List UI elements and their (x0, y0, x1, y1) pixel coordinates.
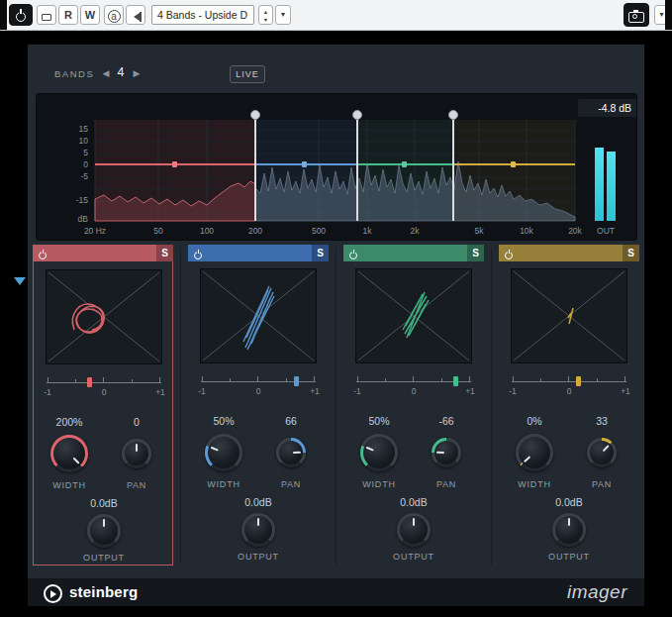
down-icon: ▼ (260, 16, 272, 23)
width-label: WIDTH (505, 479, 564, 489)
preset-display[interactable]: 4 Bands - Upside D (151, 5, 254, 25)
write-automation-button[interactable]: W (80, 5, 100, 25)
freq-tick: 100 (185, 226, 229, 236)
ab-icon: a (108, 10, 121, 23)
output-label: OUTPUT (539, 552, 599, 562)
band4-node[interactable] (511, 161, 516, 167)
output-knob[interactable] (552, 513, 586, 547)
pan-label: PAN (261, 479, 321, 489)
pan-label: PAN (572, 479, 631, 489)
crossover-knob-icon[interactable] (250, 110, 260, 120)
width-knob[interactable] (516, 434, 553, 471)
solo-button[interactable]: S (156, 245, 173, 261)
power-icon (16, 12, 26, 22)
vectorscope (511, 268, 627, 363)
camera-icon (628, 12, 644, 23)
band3-node[interactable] (402, 161, 407, 167)
copy-ab-button[interactable] (126, 5, 145, 25)
read-automation-button[interactable]: R (58, 5, 78, 25)
pan-knob[interactable] (432, 438, 461, 467)
up-icon: ▲ (260, 8, 272, 15)
freq-tick: 20 Hz (73, 226, 117, 236)
width-label: WIDTH (40, 480, 99, 490)
band-panel-3[interactable]: S -1 0 +1 50% -66 WID (343, 245, 484, 566)
output-meter-left (595, 148, 604, 221)
freq-tick: 200 (234, 226, 277, 236)
band-power-button[interactable] (499, 245, 519, 261)
bypass-icon (42, 14, 51, 21)
bands-label: BANDS (54, 68, 94, 79)
band-power-button[interactable] (343, 245, 363, 261)
band-power-button[interactable] (33, 245, 52, 261)
band-next-button[interactable]: ▶ (130, 66, 144, 80)
band1-node[interactable] (172, 161, 177, 167)
pan-label: PAN (417, 479, 476, 489)
preset-menu-button[interactable]: ▼ (275, 5, 291, 25)
output-value: 0.0dB (384, 496, 443, 508)
width-knob[interactable] (360, 434, 398, 471)
width-knob[interactable] (205, 434, 242, 471)
power-icon (505, 252, 513, 259)
bypass-button[interactable] (37, 5, 56, 25)
solo-button[interactable]: S (623, 245, 639, 261)
pan-value: 0 (107, 416, 166, 428)
live-button[interactable]: LIVE (230, 65, 265, 83)
copy-arrow-icon (130, 12, 142, 22)
crossover-handle-1[interactable] (250, 110, 260, 223)
freq-tick: 10k (505, 226, 548, 236)
lissajous-trace (243, 286, 274, 350)
panel-divider (336, 248, 336, 565)
window-edge-left (0, 0, 7, 30)
pan-knob[interactable] (122, 439, 151, 468)
band-panel-4[interactable]: S -1 0 +1 0% 33 WIDTH (499, 245, 639, 566)
pan-knob[interactable] (276, 438, 306, 467)
vectorscope (46, 269, 162, 364)
width-value: 0% (505, 415, 564, 427)
crossover-knob-icon[interactable] (352, 110, 362, 120)
crossover-handle-2[interactable] (352, 110, 362, 223)
width-knob[interactable] (50, 435, 88, 472)
db-tick: -15 (58, 195, 88, 205)
output-knob[interactable] (87, 514, 121, 548)
freq-tick: 50 (137, 226, 180, 236)
correlation-meter: -1 0 +1 (46, 374, 162, 402)
solo-button[interactable]: S (467, 245, 484, 261)
output-label: OUTPUT (74, 553, 134, 563)
crossover-handle-3[interactable] (448, 110, 458, 223)
db-unit-label: dB (58, 214, 88, 224)
snapshot-button[interactable] (624, 3, 649, 27)
output-meter-right (607, 152, 616, 221)
db-tick: -5 (58, 171, 88, 181)
band-prev-button[interactable]: ◀ (99, 66, 113, 80)
width-value: 50% (349, 415, 409, 427)
freq-tick: 5k (457, 226, 501, 236)
toolbar: R W a 4 Bands - Upside D ▲▼ ▼ ▼ (0, 0, 672, 31)
db-tick: 15 (58, 124, 88, 134)
output-label: OUTPUT (384, 552, 443, 562)
band-power-button[interactable] (188, 245, 208, 261)
correlation-meter: -1 0 +1 (511, 373, 627, 401)
solo-button[interactable]: S (312, 245, 329, 261)
pan-knob[interactable] (587, 438, 617, 467)
correlation-meter: -1 0 +1 (200, 373, 317, 401)
ab-setting-button[interactable]: a (104, 5, 124, 25)
db-tick: 10 (58, 136, 88, 146)
output-knob[interactable] (397, 513, 431, 547)
width-value: 50% (194, 415, 253, 427)
freq-tick: 2k (393, 226, 436, 236)
band-panel-2[interactable]: S -1 0 +1 50% 66 WIDT (188, 245, 329, 566)
preset-prev-next-button[interactable]: ▲▼ (258, 5, 273, 25)
power-icon (349, 252, 357, 259)
power-icon (194, 252, 202, 259)
output-label: OUTPUT (229, 552, 288, 562)
band-panel-1[interactable]: S -1 0 +1 200% 0 WIDT (33, 245, 173, 566)
pan-value: 33 (572, 415, 631, 427)
band2-node[interactable] (302, 161, 307, 167)
collapse-arrow-icon[interactable] (14, 277, 26, 285)
db-tick: 0 (58, 159, 88, 169)
power-button[interactable] (9, 4, 33, 26)
panel-divider (180, 248, 181, 565)
output-knob[interactable] (241, 513, 275, 547)
lissajous-trace (568, 308, 573, 324)
crossover-knob-icon[interactable] (448, 110, 458, 120)
